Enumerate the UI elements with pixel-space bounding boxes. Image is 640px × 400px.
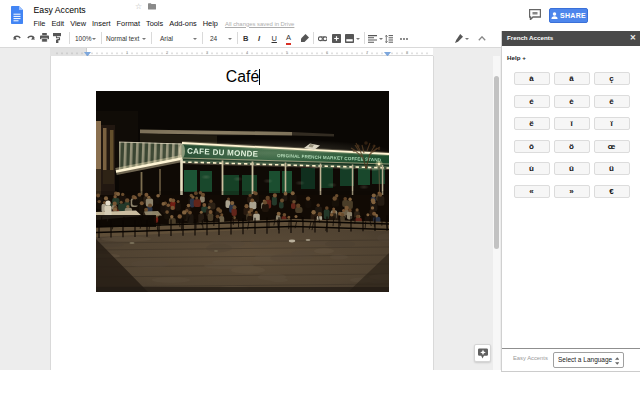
svg-text:1: 1 <box>126 50 129 55</box>
svg-text:7: 7 <box>366 50 369 55</box>
svg-text:5: 5 <box>286 50 289 55</box>
svg-text:2: 2 <box>166 50 169 55</box>
svg-text:6: 6 <box>326 50 329 55</box>
svg-text:4: 4 <box>246 50 249 55</box>
svg-text:8: 8 <box>406 50 409 55</box>
svg-text:3: 3 <box>206 50 209 55</box>
